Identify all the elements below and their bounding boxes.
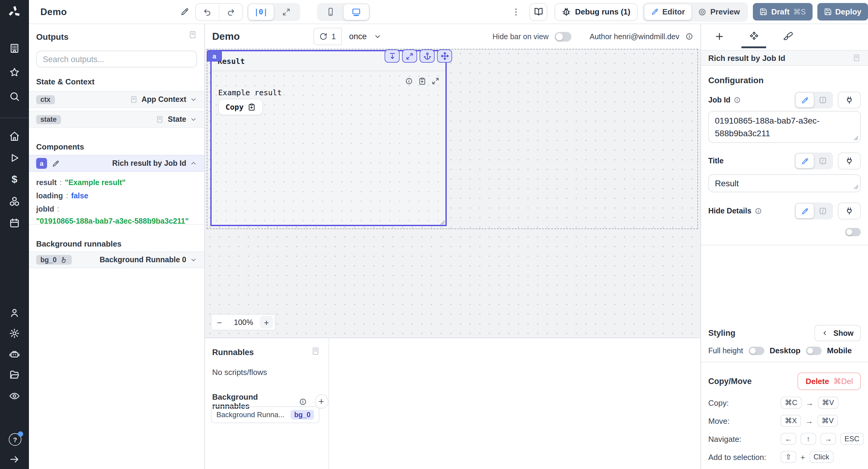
hide-bar-toggle[interactable]	[555, 32, 571, 41]
background-runnable-item[interactable]: Background Runna... bg_0	[211, 406, 319, 423]
eval-fn-icon[interactable]	[814, 154, 832, 168]
eval-fn-icon[interactable]	[814, 93, 832, 107]
layout-toggle-group: |0|	[247, 3, 300, 21]
hide-details-toggle[interactable]	[845, 228, 861, 236]
output-row-ctx[interactable]: ctx App Context	[29, 91, 204, 108]
schedules-icon[interactable]	[9, 218, 20, 228]
redo-button[interactable]	[219, 3, 242, 20]
search-icon[interactable]	[9, 91, 20, 102]
static-input-pencil-icon[interactable]	[796, 204, 814, 218]
canvas-grid[interactable]: a Result Example result	[205, 49, 701, 338]
show-styling-button[interactable]: Show	[814, 325, 861, 341]
copy-clipboard-icon[interactable]	[418, 77, 426, 85]
divider	[29, 224, 204, 225]
connect-plug-button[interactable]	[838, 92, 861, 108]
editor-tab[interactable]: Editor	[644, 4, 692, 20]
folders-icon[interactable]	[9, 370, 20, 380]
help-icon[interactable]: ?	[9, 433, 20, 445]
copy-result-button[interactable]: Copy	[218, 99, 263, 115]
fullscreen-icon[interactable]	[402, 50, 417, 63]
expand-result-icon[interactable]	[432, 77, 439, 85]
connect-plug-button[interactable]	[838, 153, 861, 169]
workspace-icon[interactable]	[9, 43, 20, 54]
preview-target-icon	[698, 7, 707, 16]
job-id-input[interactable]: 01910865-188a-bab7-a3ec-588b9ba3c211	[708, 111, 861, 143]
audit-eye-icon[interactable]	[9, 390, 20, 402]
title-input[interactable]	[708, 174, 861, 192]
resize-handle-icon[interactable]	[853, 135, 858, 140]
output-row-state[interactable]: state State	[29, 111, 204, 128]
settings-gear-icon[interactable]	[9, 328, 20, 339]
copy-move-section-row: Copy/Move Delete ⌘Del	[708, 373, 861, 390]
preview-tab[interactable]: Preview	[692, 4, 747, 20]
outputs-doc-icon[interactable]	[188, 30, 197, 39]
save-draft-button[interactable]: Draft ⌘S	[753, 3, 812, 21]
move-icon[interactable]	[437, 50, 452, 63]
users-icon[interactable]	[9, 307, 20, 318]
undo-button[interactable]	[196, 3, 219, 20]
component-settings-panel: Rich result by Job Id Configuration Job …	[701, 24, 868, 469]
hide-details-field-row: Hide Details	[708, 202, 861, 219]
styling-tab[interactable]	[771, 24, 805, 48]
windmill-logo-icon[interactable]	[8, 5, 21, 19]
info-icon[interactable]	[734, 96, 741, 104]
layout-toggles-row: Full height Desktop Mobile	[708, 346, 861, 355]
refresh-count-button[interactable]: 1	[313, 28, 342, 45]
component-id-tab[interactable]: a	[207, 50, 222, 61]
full-height-toggle[interactable]	[748, 346, 764, 355]
selected-component-richresult[interactable]: a Result Example result	[210, 50, 447, 226]
static-input-pencil-icon[interactable]	[796, 93, 814, 107]
resize-handle-icon[interactable]	[853, 184, 858, 189]
desktop-view-button[interactable]	[344, 4, 369, 20]
info-icon[interactable]	[685, 33, 693, 40]
workers-robot-icon[interactable]	[9, 349, 20, 360]
component-settings-tab[interactable]	[737, 24, 771, 48]
run-mode-dropdown[interactable]: once	[349, 32, 382, 41]
delete-component-button[interactable]: Delete ⌘Del	[798, 373, 861, 390]
job-id-field-row: Job Id	[708, 92, 861, 108]
runnables-doc-icon[interactable]	[311, 347, 320, 356]
doc-icon[interactable]	[852, 54, 861, 62]
static-input-pencil-icon[interactable]	[796, 154, 814, 168]
selected-component-name: Rich result by Job Id	[708, 53, 785, 62]
info-icon[interactable]	[299, 398, 307, 405]
info-icon[interactable]	[405, 77, 413, 85]
eval-fn-icon[interactable]	[814, 204, 832, 218]
centered-layout-button[interactable]: |0|	[248, 4, 274, 20]
mobile-view-button[interactable]	[318, 4, 344, 20]
chevron-up-icon[interactable]	[190, 160, 197, 167]
background-runnable-row[interactable]: bg_0 Background Runnable 0	[29, 251, 204, 268]
no-scripts-text: No scripts/flows	[212, 368, 267, 377]
home-icon[interactable]	[9, 131, 20, 142]
edit-id-pencil-icon[interactable]	[52, 159, 60, 167]
more-menu-icon[interactable]	[511, 7, 521, 17]
anchor-icon[interactable]	[420, 50, 435, 63]
component-row-a[interactable]: a Rich result by Job Id	[29, 155, 204, 172]
docs-book-button[interactable]	[529, 3, 547, 21]
rename-app-pencil-icon[interactable]	[180, 7, 190, 16]
runs-icon[interactable]	[9, 153, 20, 163]
save-icon	[824, 8, 832, 16]
kbd-click: Click	[809, 451, 833, 463]
zoom-in-button[interactable]: +	[260, 316, 273, 329]
styling-heading: Styling	[708, 329, 735, 338]
component-resize-handle[interactable]	[439, 219, 445, 225]
fullwidth-layout-button[interactable]	[274, 4, 299, 20]
expand-down-icon[interactable]	[384, 50, 400, 63]
chevron-down-icon[interactable]	[190, 96, 197, 103]
info-icon[interactable]	[754, 207, 762, 215]
search-outputs-input[interactable]	[36, 51, 197, 67]
desktop-mobile-toggle[interactable]	[806, 346, 822, 355]
chevron-down-icon[interactable]	[190, 256, 197, 263]
resources-icon[interactable]	[9, 196, 20, 207]
chevron-down-icon[interactable]	[190, 116, 197, 123]
collapse-rail-icon[interactable]	[9, 454, 20, 465]
connect-plug-button[interactable]	[838, 202, 861, 219]
variables-icon[interactable]: $	[9, 174, 20, 185]
deploy-button[interactable]: Deploy	[817, 3, 868, 21]
insert-component-tab[interactable]	[702, 24, 737, 48]
outputs-panel-title: Outputs	[36, 32, 68, 41]
favorites-icon[interactable]	[9, 67, 20, 78]
zoom-out-button[interactable]: −	[212, 317, 227, 327]
debug-runs-button[interactable]: Debug runs (1)	[555, 3, 638, 21]
